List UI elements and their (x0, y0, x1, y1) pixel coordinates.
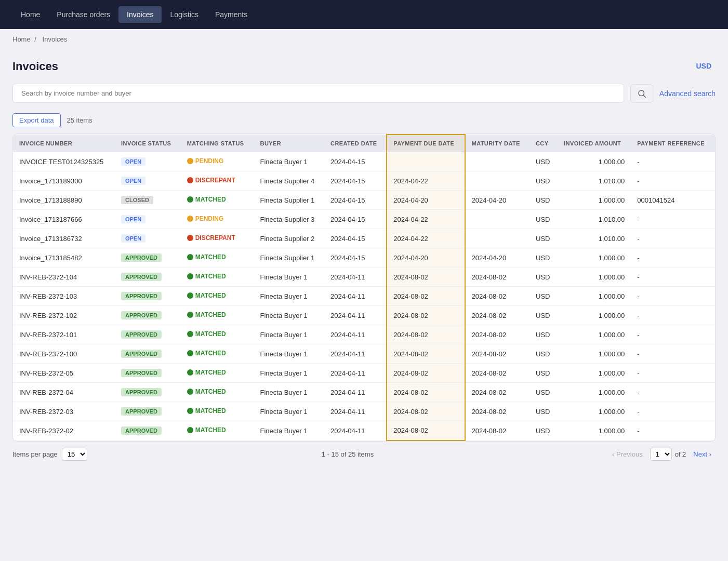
table-row[interactable]: Invoice_1713186732 OPEN DISCREPANT Finec… (13, 229, 715, 248)
table-row[interactable]: INVOICE TEST0124325325 OPEN PENDING Fine… (13, 152, 715, 171)
cell-invoice-number: INVOICE TEST0124325325 (13, 152, 115, 171)
cell-payment-due-date: 2024-08-02 (387, 421, 465, 440)
cell-buyer: Finecta Supplier 4 (254, 171, 325, 191)
col-payment-reference: PAYMENT REFERENCE (631, 135, 715, 152)
cell-buyer: Finecta Buyer 1 (254, 268, 325, 287)
nav-invoices[interactable]: Invoices (118, 6, 162, 23)
cell-matching-status: MATCHED (181, 402, 254, 421)
nav-home[interactable]: Home (12, 6, 48, 23)
cell-invoice-status: APPROVED (115, 248, 181, 268)
cell-buyer: Finecta Buyer 1 (254, 325, 325, 344)
cell-buyer: Finecta Buyer 1 (254, 152, 325, 171)
table-row[interactable]: Invoice_1713185482 APPROVED MATCHED Fine… (13, 248, 715, 268)
cell-matching-status: MATCHED (181, 421, 254, 440)
cell-invoiced-amount: 1,000.00 (558, 152, 631, 171)
cell-payment-due-date (387, 152, 465, 171)
cell-created-date: 2024-04-11 (324, 268, 387, 287)
pagination: ‹ Previous 1 2 of 2 Next › (608, 448, 716, 461)
cell-payment-reference: - (631, 287, 715, 306)
cell-created-date: 2024-04-11 (324, 421, 387, 440)
table-row[interactable]: INV-REB-2372-05 APPROVED MATCHED Finecta… (13, 364, 715, 383)
footer: Items per page 15 25 50 1 - 15 of 25 ite… (12, 442, 716, 461)
table-row[interactable]: Invoice_1713189300 OPEN DISCREPANT Finec… (13, 171, 715, 191)
page-title: Invoices (12, 60, 58, 73)
cell-maturity-date: 2024-08-02 (465, 268, 530, 287)
cell-payment-due-date: 2024-04-20 (387, 248, 465, 268)
table-row[interactable]: INV-REB-2372-03 APPROVED MATCHED Finecta… (13, 402, 715, 421)
table-row[interactable]: INV-REB-2372-102 APPROVED MATCHED Finect… (13, 306, 715, 325)
cell-invoice-number: Invoice_1713189300 (13, 171, 115, 191)
table-row[interactable]: INV-REB-2372-04 APPROVED MATCHED Finecta… (13, 383, 715, 402)
cell-invoiced-amount: 1,000.00 (558, 191, 631, 210)
cell-payment-due-date: 2024-08-02 (387, 287, 465, 306)
cell-matching-status: MATCHED (181, 248, 254, 268)
search-button[interactable] (630, 84, 653, 103)
cell-invoice-number: INV-REB-2372-05 (13, 364, 115, 383)
cell-invoiced-amount: 1,000.00 (558, 364, 631, 383)
nav-payments[interactable]: Payments (207, 6, 256, 23)
table-row[interactable]: Invoice_1713187666 OPEN PENDING Finecta … (13, 210, 715, 229)
cell-payment-reference: - (631, 364, 715, 383)
cell-invoice-status: APPROVED (115, 364, 181, 383)
cell-payment-reference: - (631, 325, 715, 344)
cell-created-date: 2024-04-15 (324, 171, 387, 191)
cell-invoice-status: CLOSED (115, 191, 181, 210)
cell-invoiced-amount: 1,000.00 (558, 402, 631, 421)
search-row: Advanced search (12, 84, 716, 103)
cell-invoice-number: Invoice_1713185482 (13, 248, 115, 268)
cell-invoiced-amount: 1,000.00 (558, 325, 631, 344)
cell-maturity-date: 2024-04-20 (465, 191, 530, 210)
page-select[interactable]: 1 2 (650, 448, 672, 461)
per-page-select[interactable]: 15 25 50 (62, 448, 87, 461)
breadcrumb-current: Invoices (43, 35, 68, 43)
cell-matching-status: PENDING (181, 152, 254, 171)
nav-logistics[interactable]: Logistics (162, 6, 206, 23)
cell-invoiced-amount: 1,010.00 (558, 171, 631, 191)
cell-maturity-date: 2024-08-02 (465, 325, 530, 344)
cell-invoice-number: INV-REB-2372-04 (13, 383, 115, 402)
cell-buyer: Finecta Buyer 1 (254, 421, 325, 440)
cell-payment-reference: - (631, 268, 715, 287)
search-input[interactable] (12, 84, 624, 103)
main-content: Invoices USD Advanced search Export data… (0, 49, 728, 471)
cell-matching-status: DISCREPANT (181, 229, 254, 248)
cell-ccy: USD (530, 268, 558, 287)
cell-created-date: 2024-04-15 (324, 210, 387, 229)
cell-payment-reference: - (631, 248, 715, 268)
cell-payment-due-date: 2024-08-02 (387, 402, 465, 421)
nav-purchase-orders[interactable]: Purchase orders (48, 6, 118, 23)
cell-maturity-date (465, 171, 530, 191)
cell-maturity-date: 2024-08-02 (465, 287, 530, 306)
cell-matching-status: DISCREPANT (181, 171, 254, 191)
cell-invoice-number: INV-REB-2372-104 (13, 268, 115, 287)
table-row[interactable]: INV-REB-2372-101 APPROVED MATCHED Finect… (13, 325, 715, 344)
cell-payment-due-date: 2024-04-22 (387, 229, 465, 248)
table-row[interactable]: INV-REB-2372-104 APPROVED MATCHED Finect… (13, 268, 715, 287)
col-payment-due-date: PAYMENT DUE DATE (387, 135, 465, 152)
cell-maturity-date: 2024-08-02 (465, 306, 530, 325)
cell-ccy: USD (530, 191, 558, 210)
cell-created-date: 2024-04-15 (324, 248, 387, 268)
breadcrumb: Home / Invoices (0, 29, 728, 49)
col-invoiced-amount: INVOICED AMOUNT (558, 135, 631, 152)
table-row[interactable]: INV-REB-2372-103 APPROVED MATCHED Finect… (13, 287, 715, 306)
table-row[interactable]: INV-REB-2372-100 APPROVED MATCHED Finect… (13, 344, 715, 364)
cell-payment-reference: - (631, 210, 715, 229)
cell-ccy: USD (530, 287, 558, 306)
cell-invoice-number: INV-REB-2372-103 (13, 287, 115, 306)
cell-maturity-date: 2024-08-02 (465, 402, 530, 421)
cell-created-date: 2024-04-11 (324, 364, 387, 383)
cell-invoice-status: OPEN (115, 210, 181, 229)
breadcrumb-home[interactable]: Home (12, 35, 31, 43)
cell-buyer: Finecta Supplier 2 (254, 229, 325, 248)
advanced-search-link[interactable]: Advanced search (659, 89, 716, 98)
page-range: 1 - 15 of 25 items (322, 450, 374, 458)
cell-ccy: USD (530, 421, 558, 440)
next-button[interactable]: Next › (689, 448, 716, 460)
cell-maturity-date: 2024-08-02 (465, 421, 530, 440)
export-button[interactable]: Export data (12, 113, 61, 127)
table-row[interactable]: INV-REB-2372-02 APPROVED MATCHED Finecta… (13, 421, 715, 440)
cell-matching-status: MATCHED (181, 268, 254, 287)
prev-button[interactable]: ‹ Previous (608, 448, 647, 460)
table-row[interactable]: Invoice_1713188890 CLOSED MATCHED Finect… (13, 191, 715, 210)
